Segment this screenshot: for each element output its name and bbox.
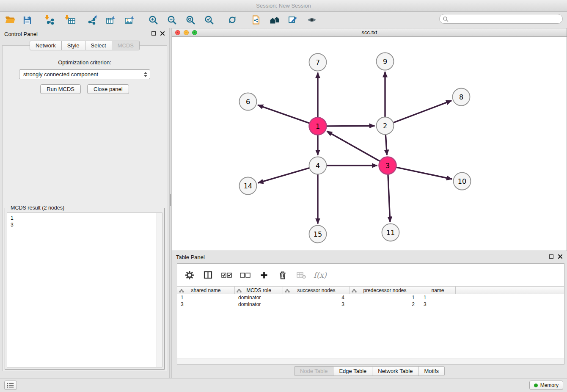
- node-15[interactable]: 15: [309, 226, 327, 243]
- search-input[interactable]: [450, 15, 562, 23]
- result-scrollbar[interactable]: [157, 213, 162, 367]
- close-table-panel-icon[interactable]: [558, 254, 563, 259]
- eye-icon: [307, 15, 317, 25]
- task-history-button[interactable]: [4, 381, 17, 390]
- create-column-button[interactable]: [258, 269, 270, 282]
- close-panel-icon[interactable]: [160, 31, 165, 36]
- float-panel-icon[interactable]: [151, 31, 156, 36]
- table-cell: 3: [177, 301, 235, 307]
- table-cell: dominator: [235, 301, 283, 307]
- export-image-button[interactable]: [122, 13, 137, 27]
- table-settings-button[interactable]: [183, 269, 196, 282]
- node-3[interactable]: 3: [379, 157, 396, 174]
- network-view[interactable]: 1234678910111415: [172, 37, 567, 251]
- memory-button[interactable]: Memory: [529, 381, 563, 390]
- node-9[interactable]: 9: [377, 53, 394, 70]
- node-label: 11: [386, 229, 395, 237]
- network-window-titlebar[interactable]: × − + scc.txt: [172, 28, 567, 37]
- show-columns-button[interactable]: [202, 269, 215, 282]
- node-4[interactable]: 4: [309, 157, 327, 174]
- tab-select[interactable]: Select: [85, 41, 112, 50]
- delete-column-button[interactable]: [276, 269, 289, 282]
- home-button[interactable]: [267, 13, 282, 27]
- import-table-button[interactable]: [63, 13, 77, 27]
- float-table-panel-icon[interactable]: [549, 254, 553, 259]
- optimization-criterion-dropdown[interactable]: strongly connected component: [19, 69, 150, 79]
- table-cell: 3: [420, 301, 456, 307]
- node-7[interactable]: 7: [309, 54, 327, 71]
- edge-4-14[interactable]: [258, 168, 310, 183]
- control-panel-header: Control Panel: [0, 28, 169, 40]
- attribute-icon: [352, 288, 357, 293]
- columns-icon: [203, 270, 213, 280]
- column-label: predecessor nodes: [363, 287, 406, 293]
- table-row[interactable]: 1dominator411: [177, 294, 564, 301]
- tab-motifs[interactable]: Motifs: [418, 366, 445, 376]
- refresh-button[interactable]: [225, 13, 239, 27]
- open-file-button[interactable]: [3, 13, 17, 27]
- node-14[interactable]: 14: [239, 177, 257, 195]
- column-header-shared-name[interactable]: shared name: [177, 287, 235, 294]
- tab-network-table[interactable]: Network Table: [372, 366, 418, 376]
- run-mcds-button[interactable]: Run MCDS: [40, 84, 81, 94]
- checked-boxes-icon: [221, 272, 232, 279]
- zoom-out-button[interactable]: [165, 13, 179, 27]
- export-table-button[interactable]: [104, 13, 118, 27]
- close-panel-button[interactable]: Close panel: [87, 84, 129, 94]
- node-2[interactable]: 2: [377, 117, 394, 135]
- node-label: 9: [383, 58, 387, 66]
- show-graphics-details-button[interactable]: [286, 13, 300, 27]
- node-label: 6: [246, 98, 250, 106]
- table-cell: dominator: [235, 295, 283, 301]
- tab-mcds[interactable]: MCDS: [112, 41, 140, 50]
- show-hide-details-button[interactable]: [305, 13, 319, 27]
- function-builder-button[interactable]: f(x): [314, 269, 327, 282]
- column-header-name[interactable]: name: [420, 287, 456, 294]
- edge-3-10[interactable]: [396, 167, 452, 179]
- export-network-button[interactable]: [85, 13, 99, 27]
- list-icon: [6, 381, 16, 389]
- tab-network[interactable]: Network: [30, 41, 62, 50]
- mcds-result-area: 13: [7, 213, 162, 367]
- edge-3-11[interactable]: [388, 174, 390, 222]
- node-8[interactable]: 8: [453, 88, 470, 106]
- node-label: 2: [383, 122, 387, 130]
- tab-node-table[interactable]: Node Table: [294, 366, 334, 376]
- tab-edge-table[interactable]: Edge Table: [333, 366, 372, 376]
- delete-table-button[interactable]: [295, 269, 308, 282]
- table-cell: 1: [177, 295, 235, 301]
- zoom-fit-button[interactable]: [183, 13, 198, 27]
- table-row[interactable]: 3dominator323: [177, 301, 564, 308]
- edge-2-8[interactable]: [393, 101, 451, 123]
- edge-3-1[interactable]: [327, 131, 380, 161]
- select-all-columns-button[interactable]: [220, 269, 233, 282]
- fx-icon: f(x): [314, 271, 327, 279]
- edge-1-6[interactable]: [258, 105, 310, 123]
- network-graph[interactable]: 1234678910111415: [172, 37, 567, 251]
- document-share-icon: [251, 15, 261, 25]
- save-session-button[interactable]: [20, 13, 34, 27]
- zoom-selected-button[interactable]: [202, 13, 216, 27]
- zoom-in-button[interactable]: [146, 13, 160, 27]
- node-1[interactable]: 1: [309, 118, 327, 135]
- table-horizontal-scrollbar[interactable]: [177, 359, 564, 364]
- import-table-icon: [65, 15, 76, 25]
- document-share-button[interactable]: [249, 13, 263, 27]
- column-header-successor-nodes[interactable]: successor nodes: [283, 287, 350, 294]
- window-minimize-icon[interactable]: −: [184, 30, 189, 35]
- node-11[interactable]: 11: [382, 224, 399, 241]
- table-body: 1dominator4113dominator323: [177, 294, 564, 308]
- tab-style[interactable]: Style: [61, 41, 85, 50]
- node-6[interactable]: 6: [239, 93, 257, 110]
- node-10[interactable]: 10: [454, 173, 471, 190]
- column-label: successor nodes: [297, 287, 335, 293]
- edge-2-3[interactable]: [385, 135, 387, 155]
- search-box[interactable]: [439, 14, 563, 24]
- window-close-icon[interactable]: ×: [175, 30, 180, 35]
- edge-1-2[interactable]: [327, 126, 375, 126]
- column-header-predecessor-nodes[interactable]: predecessor nodes: [350, 287, 420, 294]
- column-header-mcds-role[interactable]: MCDS role: [235, 287, 283, 294]
- window-zoom-icon[interactable]: +: [192, 30, 197, 35]
- import-network-button[interactable]: [43, 13, 57, 27]
- deselect-all-columns-button[interactable]: [239, 269, 252, 282]
